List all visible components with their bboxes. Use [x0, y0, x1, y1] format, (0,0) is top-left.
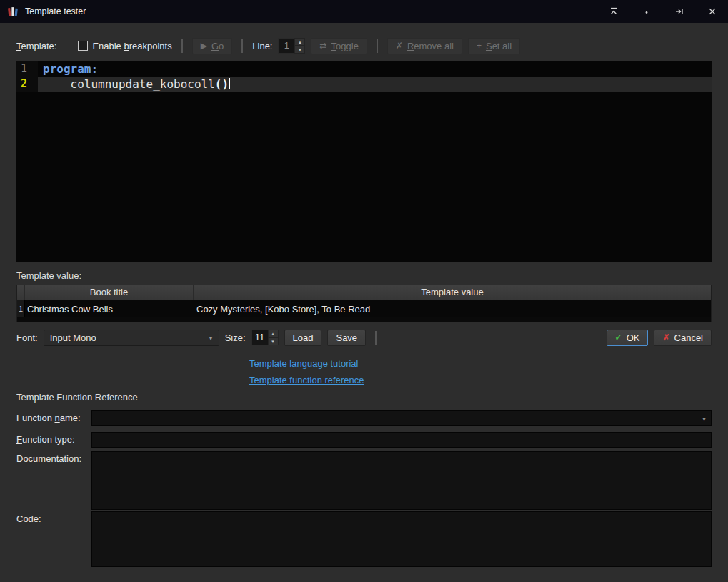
toolbar-separator — [181, 39, 183, 53]
editor-line: 1 program: — [16, 61, 712, 77]
toggle-icon: ⇄ — [319, 41, 326, 50]
cross-icon: ✗ — [662, 333, 669, 342]
close-icon — [707, 6, 718, 17]
checkbox-box-icon — [78, 41, 88, 51]
template-editor[interactable]: 1 program: 2 columnupdate_kobocoll() — [16, 61, 712, 262]
spin-up-icon[interactable]: ▲ — [268, 330, 279, 337]
results-table: Book title Template value 1 Christmas Co… — [16, 285, 712, 322]
window-controls — [608, 6, 721, 17]
line-number: 1 — [16, 61, 38, 77]
text-cursor — [229, 78, 230, 89]
set-all-button[interactable]: + Set all — [468, 38, 520, 54]
function-reference-title: Template Function Reference — [16, 392, 712, 403]
row-number: 1 — [17, 300, 25, 317]
chevron-down-icon: ▾ — [209, 334, 213, 342]
enable-breakpoints-checkbox[interactable]: Enable breakpoints — [78, 41, 171, 51]
size-label: Size: — [225, 332, 246, 343]
spin-down-icon[interactable]: ▼ — [294, 46, 305, 54]
table-row[interactable]: 1 Christmas Cow Bells Cozy Mysteries, [K… — [17, 300, 711, 317]
template-language-tutorial-link[interactable]: Template language tutorial — [249, 358, 712, 369]
ok-button[interactable]: ✓ OK — [607, 330, 649, 346]
template-label: Template: — [16, 41, 56, 51]
code-row: Code: — [16, 511, 712, 567]
template-value-label: Template value: — [16, 270, 712, 281]
line-spinbox-value: 1 — [278, 38, 294, 54]
app-icon — [7, 6, 19, 18]
minimize-button[interactable] — [641, 6, 652, 17]
toolbar-separator — [241, 39, 243, 53]
template-tester-dialog: Template tester — [0, 0, 728, 582]
load-button[interactable]: Load — [284, 330, 322, 346]
code-area[interactable] — [91, 511, 712, 567]
arrow-to-bar-icon — [674, 6, 685, 17]
font-combobox-value: Input Mono — [50, 332, 96, 343]
editor-line-current: 2 columnupdate_kobocoll() — [16, 77, 712, 92]
column-header-book-title[interactable]: Book title — [25, 285, 194, 300]
cell-book-title: Christmas Cow Bells — [25, 304, 194, 315]
dock-button[interactable] — [674, 6, 685, 17]
spin-down-icon[interactable]: ▼ — [268, 337, 279, 345]
documentation-area[interactable] — [91, 451, 712, 510]
toolbar-separator — [377, 39, 378, 53]
cancel-button[interactable]: ✗ Cancel — [654, 330, 712, 346]
save-button[interactable]: Save — [327, 330, 366, 346]
window-title: Template tester — [25, 6, 86, 16]
go-button[interactable]: ▶ Go — [192, 38, 233, 54]
size-spinbox[interactable]: 11 ▲ ▼ — [251, 330, 279, 345]
chevron-down-icon: ▾ — [702, 415, 711, 423]
dot-icon — [641, 6, 652, 17]
function-name-combobox[interactable]: ▾ — [91, 410, 712, 426]
titlebar: Template tester — [0, 0, 728, 23]
line-spinbox[interactable]: 1 ▲ ▼ — [278, 38, 305, 54]
check-icon: ✓ — [615, 333, 622, 342]
close-button[interactable] — [707, 6, 718, 17]
plus-icon: + — [477, 41, 482, 50]
function-name-label: Function name: — [16, 410, 91, 423]
toolbar-separator — [375, 331, 377, 345]
remove-all-button[interactable]: ✗ Remove all — [387, 38, 462, 54]
enable-breakpoints-label: Enable breakpoints — [92, 41, 171, 51]
dialog-content: Template: Enable breakpoints ▶ Go Line: … — [0, 23, 728, 582]
template-function-reference-link[interactable]: Template function reference — [249, 375, 712, 385]
font-row: Font: Input Mono ▾ Size: 11 ▲ ▼ Load Sav… — [16, 329, 712, 346]
size-spinbox-value: 11 — [251, 330, 268, 345]
shade-button[interactable] — [608, 6, 619, 17]
arrow-up-to-bar-icon — [608, 6, 619, 17]
function-type-field[interactable] — [91, 432, 712, 448]
documentation-label: Documentation: — [16, 451, 91, 464]
font-combobox[interactable]: Input Mono ▾ — [44, 330, 219, 346]
editor-line-text: program: — [38, 61, 712, 77]
table-header-row: Book title Template value — [17, 285, 711, 300]
table-corner — [17, 285, 25, 300]
line-label: Line: — [252, 41, 272, 51]
spin-up-icon[interactable]: ▲ — [294, 38, 305, 46]
toolbar: Template: Enable breakpoints ▶ Go Line: … — [16, 36, 712, 55]
toggle-button[interactable]: ⇄ Toggle — [311, 38, 367, 54]
help-links: Template language tutorial Template func… — [249, 358, 712, 385]
documentation-row: Documentation: — [16, 451, 712, 510]
cell-template-value: Cozy Mysteries, [Kobo Store], To Be Read — [194, 304, 711, 315]
column-header-template-value[interactable]: Template value — [194, 285, 711, 300]
play-icon: ▶ — [201, 41, 207, 50]
line-number: 2 — [16, 77, 38, 92]
editor-line-text: columnupdate_kobocoll() — [38, 77, 712, 92]
function-type-label: Function type: — [16, 432, 91, 445]
font-label: Font: — [16, 332, 38, 343]
remove-icon: ✗ — [396, 41, 403, 50]
function-type-row: Function type: — [16, 432, 712, 448]
function-name-row: Function name: ▾ — [16, 410, 712, 426]
code-label: Code: — [16, 511, 91, 524]
